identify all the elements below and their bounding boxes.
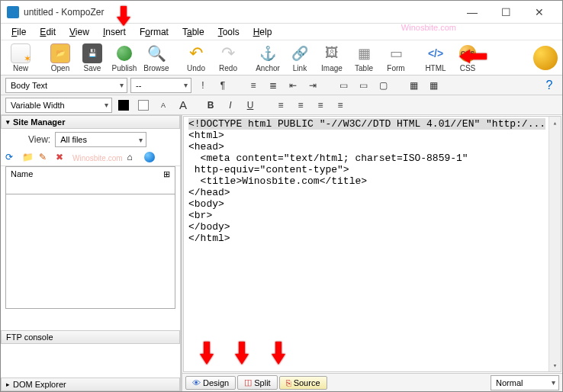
dt-icon[interactable]: ▭ bbox=[355, 78, 372, 93]
close-button[interactable]: ✕ bbox=[523, 2, 556, 23]
folder-icon[interactable]: 📁 bbox=[22, 152, 34, 164]
dom-explorer-header[interactable]: ▸DOM Explorer bbox=[1, 378, 180, 391]
view-tabs: 👁Design ◫Split ⎘Source Normal bbox=[182, 373, 562, 391]
textcolor-icon[interactable] bbox=[115, 98, 132, 113]
tab-design[interactable]: 👁Design bbox=[185, 376, 236, 390]
view-label: View: bbox=[28, 134, 50, 145]
open-button[interactable]: 📂Open bbox=[45, 43, 76, 72]
file-tree[interactable] bbox=[5, 194, 175, 309]
view-select[interactable]: All files bbox=[55, 132, 146, 147]
underline-icon[interactable]: U bbox=[242, 98, 259, 113]
align-left-icon[interactable]: ≡ bbox=[272, 98, 289, 113]
redo-button[interactable]: ↷Redo bbox=[213, 43, 243, 72]
annotation-arrow-source bbox=[269, 340, 288, 370]
italic-icon[interactable]: I bbox=[222, 98, 239, 113]
align-justify-icon[interactable]: ≡ bbox=[332, 98, 349, 113]
titlebar: untitled - KompoZer — ☐ ✕ bbox=[1, 1, 562, 24]
publish-button[interactable]: Publish bbox=[109, 43, 140, 72]
bold-icon[interactable]: B bbox=[202, 98, 219, 113]
watermark-small: Winosbite.com bbox=[72, 154, 123, 162]
ol-icon[interactable]: ≣ bbox=[265, 78, 282, 93]
menu-file[interactable]: File bbox=[5, 25, 32, 39]
globe2-icon[interactable] bbox=[144, 152, 156, 164]
priority-select[interactable]: -- bbox=[130, 78, 191, 93]
format-bar-2: Variable Width A A B I U ≡ ≡ ≡ ≡ bbox=[1, 95, 562, 115]
bgcolor-icon[interactable] bbox=[135, 98, 152, 113]
refresh-icon[interactable]: ⟳ bbox=[5, 152, 18, 164]
name-column[interactable]: Name⊞ bbox=[5, 166, 175, 194]
site-manager-toolbar: ⟳ 📁 ✎ ✖ Winosbite.com ⌂ bbox=[1, 150, 180, 166]
align-right-icon[interactable]: ≡ bbox=[312, 98, 329, 113]
html-button[interactable]: </>HTML bbox=[420, 43, 451, 72]
format-bar-1: Body Text -- ! ¶ ≡ ≣ ⇤ ⇥ ▭ ▭ ▢ ▦ ▦ ? bbox=[1, 76, 562, 95]
normal-select[interactable]: Normal bbox=[491, 375, 559, 390]
left-panel: ▾Site Manager View: All files ⟳ 📁 ✎ ✖ Wi… bbox=[1, 115, 182, 391]
table-edit-icon[interactable]: ▦ bbox=[425, 78, 442, 93]
link-button[interactable]: 🔗Link bbox=[285, 43, 315, 72]
fontsize-dec-icon[interactable]: A bbox=[155, 98, 172, 113]
form-button[interactable]: ▭Form bbox=[381, 43, 411, 72]
browse-button[interactable]: 🔍Browse bbox=[141, 43, 172, 72]
menu-tools[interactable]: Tools bbox=[212, 25, 246, 39]
edit-icon[interactable]: ✎ bbox=[39, 152, 51, 164]
table-grid-icon[interactable]: ▦ bbox=[405, 78, 422, 93]
menu-view[interactable]: View bbox=[63, 25, 95, 39]
eye-icon: 👁 bbox=[192, 378, 201, 387]
site-manager-header[interactable]: ▾Site Manager bbox=[1, 115, 180, 129]
globe-icon[interactable] bbox=[533, 46, 558, 70]
app-icon bbox=[7, 6, 19, 18]
undo-button[interactable]: ↶Undo bbox=[181, 43, 211, 72]
layer-icon[interactable]: ▢ bbox=[375, 78, 391, 93]
exclaim-icon[interactable]: ! bbox=[195, 78, 211, 93]
font-select[interactable]: Variable Width bbox=[5, 98, 112, 113]
fontsize-inc-icon[interactable]: A bbox=[175, 98, 191, 113]
menu-format[interactable]: Format bbox=[134, 25, 175, 39]
home-icon[interactable]: ⌂ bbox=[127, 152, 140, 164]
source-icon: ⎘ bbox=[286, 378, 291, 387]
window-title: untitled - KompoZer bbox=[24, 7, 455, 18]
paragraph-select[interactable]: Body Text bbox=[5, 78, 127, 93]
minimize-button[interactable]: — bbox=[455, 2, 489, 23]
help-icon[interactable]: ? bbox=[541, 78, 558, 93]
menu-help[interactable]: Help bbox=[247, 25, 278, 39]
tab-source[interactable]: ⎘Source bbox=[279, 376, 327, 390]
align-center-icon[interactable]: ≡ bbox=[292, 98, 309, 113]
editor-area: <!DOCTYPE html PUBLIC "-//W3C//DTD HTML … bbox=[182, 115, 562, 391]
new-button[interactable]: ✶New bbox=[5, 43, 36, 72]
dl-icon[interactable]: ▭ bbox=[335, 78, 352, 93]
scrollbar[interactable]: ▴▾ bbox=[549, 117, 561, 371]
annotation-arrow-css bbox=[456, 47, 488, 68]
indent-icon[interactable]: ⇥ bbox=[304, 78, 321, 93]
menu-table[interactable]: Table bbox=[176, 25, 211, 39]
maximize-button[interactable]: ☐ bbox=[489, 2, 523, 23]
annotation-arrow-menu bbox=[114, 5, 133, 31]
image-button[interactable]: 🖼Image bbox=[317, 43, 347, 72]
annotation-arrow-split bbox=[233, 340, 251, 370]
menu-edit[interactable]: Edit bbox=[34, 25, 62, 39]
column-picker-icon[interactable]: ⊞ bbox=[163, 169, 170, 191]
table-button[interactable]: ▦Table bbox=[349, 43, 379, 72]
menubar: File Edit View Insert Format Table Tools… bbox=[1, 24, 562, 40]
watermark: Winosbite.com bbox=[401, 23, 456, 32]
ftp-console-header[interactable]: FTP console bbox=[1, 330, 180, 344]
em-icon[interactable]: ¶ bbox=[214, 78, 231, 93]
ul-icon[interactable]: ≡ bbox=[245, 78, 262, 93]
outdent-icon[interactable]: ⇤ bbox=[285, 78, 301, 93]
annotation-arrow-design bbox=[198, 340, 216, 370]
save-button[interactable]: 💾Save bbox=[77, 43, 108, 72]
split-icon: ◫ bbox=[244, 378, 252, 387]
tab-split[interactable]: ◫Split bbox=[237, 375, 277, 390]
delete-icon[interactable]: ✖ bbox=[56, 152, 68, 164]
source-editor[interactable]: <!DOCTYPE html PUBLIC "-//W3C//DTD HTML … bbox=[183, 116, 561, 372]
anchor-button[interactable]: ⚓Anchor bbox=[253, 43, 283, 72]
